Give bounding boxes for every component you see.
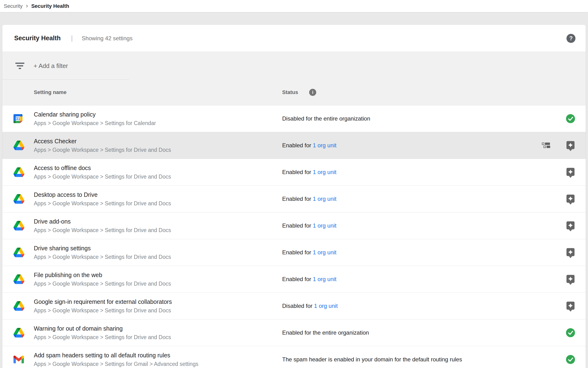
setting-path: Apps > Google Workspace > Settings for C… (34, 120, 156, 127)
column-setting-name: Setting name (34, 89, 66, 95)
recommendation-icon[interactable] (566, 195, 575, 203)
recommendation-icon[interactable] (566, 141, 575, 149)
google-drive-icon (13, 248, 24, 258)
app-icon-cell (13, 275, 25, 284)
status-info-icon[interactable]: i (309, 89, 316, 96)
setting-cell: Add spam headers setting to all default … (34, 352, 198, 367)
status-ok-icon (566, 355, 575, 364)
app-icon-cell (13, 328, 25, 338)
table-header: Setting name Status i (2, 80, 586, 105)
org-unit-link[interactable]: 1 org unit (313, 142, 336, 148)
setting-name: Warning for out of domain sharing (34, 325, 171, 332)
recommendation-icon[interactable] (566, 302, 575, 310)
status-text: Enabled for 1 org unit (282, 276, 337, 283)
table-row[interactable]: Desktop access to Drive Apps > Google Wo… (2, 186, 586, 212)
setting-cell: Calendar sharing policy Apps > Google Wo… (34, 111, 156, 127)
settings-list: 31 Calendar sharing policy Apps > Google… (2, 105, 586, 368)
status-prefix: Enabled for the entire organization (282, 329, 369, 336)
status-prefix: Enabled for (282, 276, 313, 282)
status-prefix: Enabled for (282, 222, 313, 229)
recommendation-icon[interactable] (566, 168, 575, 176)
title-divider: | (71, 35, 73, 42)
breadcrumb-current: Security Health (31, 3, 69, 9)
org-unit-link[interactable]: 1 org unit (313, 249, 336, 256)
org-units-icon (542, 143, 551, 148)
google-drive-icon (13, 194, 24, 204)
setting-cell: File publishing on the web Apps > Google… (34, 272, 171, 287)
table-row[interactable]: Google sign-in requirement for external … (2, 293, 586, 320)
page-title: Security Health (14, 35, 61, 42)
status-prefix: Enabled for (282, 196, 313, 202)
org-unit-link[interactable]: 1 org unit (313, 196, 336, 202)
setting-name: Desktop access to Drive (34, 191, 171, 198)
setting-path: Apps > Google Workspace > Settings for D… (34, 307, 172, 314)
setting-path: Apps > Google Workspace > Settings for D… (34, 174, 171, 180)
google-calendar-icon: 31 (13, 114, 22, 123)
status-prefix: Disabled for (282, 303, 314, 309)
setting-name: Google sign-in requirement for external … (34, 298, 172, 305)
table-row[interactable]: Drive sharing settings Apps > Google Wor… (2, 239, 586, 266)
org-unit-link[interactable]: 1 org unit (313, 169, 336, 175)
google-drive-icon (13, 301, 24, 311)
status-prefix: Enabled for (282, 142, 313, 148)
google-drive-icon (13, 141, 24, 150)
setting-cell: Drive add-ons Apps > Google Workspace > … (34, 218, 171, 233)
org-unit-link[interactable]: 1 org unit (314, 303, 338, 309)
setting-cell: Drive sharing settings Apps > Google Wor… (34, 245, 171, 260)
table-row[interactable]: Warning for out of domain sharing Apps >… (2, 320, 586, 346)
setting-path: Apps > Google Workspace > Settings for D… (34, 227, 171, 233)
app-icon-cell (13, 248, 25, 258)
app-icon-cell (13, 221, 25, 231)
app-icon-cell (13, 141, 25, 150)
info-glyph: i (312, 90, 313, 95)
column-status: Status (282, 89, 298, 95)
google-drive-icon (13, 275, 24, 284)
breadcrumb-parent-link[interactable]: Security (4, 3, 22, 9)
recommendation-icon[interactable] (566, 248, 575, 256)
add-filter-button[interactable]: + Add a filter (34, 62, 68, 69)
org-unit-link[interactable]: 1 org unit (313, 276, 336, 282)
status-text: Disabled for the entire organization (282, 115, 370, 122)
setting-path: Apps > Google Workspace > Settings for D… (34, 334, 171, 340)
google-drive-icon (13, 328, 24, 338)
status-prefix: Enabled for (282, 169, 313, 175)
gmail-icon (13, 356, 24, 364)
app-icon-cell (13, 356, 25, 364)
recommendation-icon[interactable] (566, 221, 575, 230)
app-icon-cell (13, 194, 25, 204)
setting-name: Add spam headers setting to all default … (34, 352, 198, 359)
setting-path: Apps > Google Workspace > Settings for D… (34, 254, 171, 260)
breadcrumb-separator-icon: › (26, 3, 28, 9)
google-drive-icon (13, 221, 24, 231)
filter-icon (15, 63, 24, 69)
status-text: Enabled for the entire organization (282, 329, 369, 336)
org-unit-link[interactable]: 1 org unit (313, 222, 336, 229)
setting-path: Apps > Google Workspace > Settings for D… (34, 200, 171, 207)
table-row[interactable]: Drive add-ons Apps > Google Workspace > … (2, 212, 586, 239)
setting-path: Apps > Google Workspace > Settings for D… (34, 147, 171, 153)
filter-bar: + Add a filter (2, 52, 586, 80)
app-icon-cell: 31 (13, 114, 25, 123)
table-row[interactable]: 31 Calendar sharing policy Apps > Google… (2, 105, 586, 132)
settings-count: Showing 42 settings (82, 35, 133, 42)
table-row[interactable]: Add spam headers setting to all default … (2, 346, 586, 368)
status-text: Disabled for 1 org unit (282, 303, 338, 309)
help-button[interactable]: ? (566, 34, 575, 43)
setting-name: Drive sharing settings (34, 245, 171, 252)
setting-path: Apps > Google Workspace > Settings for G… (34, 361, 198, 367)
security-health-card: Security Health | Showing 42 settings ? … (2, 25, 586, 368)
setting-cell: Google sign-in requirement for external … (34, 298, 172, 314)
recommendation-icon[interactable] (566, 275, 575, 283)
breadcrumb: Security › Security Health (0, 0, 588, 12)
app-icon-cell (13, 301, 25, 311)
status-prefix: Enabled for (282, 249, 313, 256)
status-prefix: Disabled for the entire organization (282, 115, 370, 122)
sparkle-icon (568, 303, 573, 309)
sparkle-icon (568, 249, 573, 255)
table-row[interactable]: Access to offline docs Apps > Google Wor… (2, 159, 586, 186)
table-row[interactable]: File publishing on the web Apps > Google… (2, 266, 586, 293)
setting-cell: Desktop access to Drive Apps > Google Wo… (34, 191, 171, 207)
google-drive-icon (13, 167, 24, 177)
status-ok-icon (566, 114, 575, 123)
table-row[interactable]: Access Checker Apps > Google Workspace >… (2, 132, 586, 159)
